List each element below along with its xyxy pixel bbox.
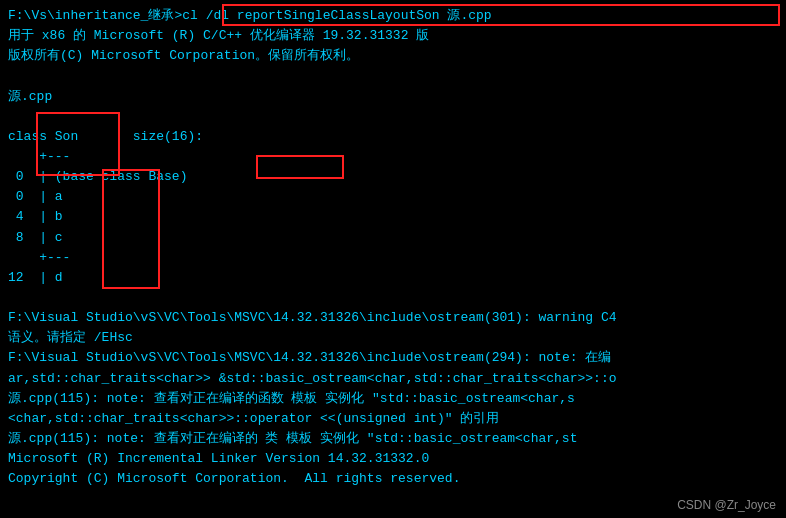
line-6 [8, 107, 778, 127]
line-22: 源.cpp(115): note: 查看对正在编译的 类 模板 实例化 "std… [8, 429, 778, 449]
son-highlight-box [36, 112, 120, 176]
line-7: class Son size(16): [8, 127, 778, 147]
line-5: 源.cpp [8, 87, 778, 107]
line-4 [8, 66, 778, 86]
terminal-window: F:\Vs\inheritance_继承>cl /dl reportSingle… [0, 0, 786, 518]
line-20: 源.cpp(115): note: 查看对正在编译的函数 模板 实例化 "std… [8, 389, 778, 409]
line-15 [8, 288, 778, 308]
base-highlight-box [256, 155, 344, 179]
line-24: Copyright (C) Microsoft Corporation. All… [8, 469, 778, 489]
line-8: +--- [8, 147, 778, 167]
command-highlight-box [222, 4, 780, 26]
line-23: Microsoft (R) Incremental Linker Version… [8, 449, 778, 469]
line-19: ar,std::char_traits<char>> &std::basic_o… [8, 369, 778, 389]
line-18: F:\Visual Studio\vS\VC\Tools\MSVC\14.32.… [8, 348, 778, 368]
watermark: CSDN @Zr_Joyce [677, 498, 776, 512]
line-3: 版权所有(C) Microsoft Corporation。保留所有权利。 [8, 46, 778, 66]
table-highlight-box [102, 169, 160, 289]
line-16: F:\Visual Studio\vS\VC\Tools\MSVC\14.32.… [8, 308, 778, 328]
line-21: <char,std::char_traits<char>>::operator … [8, 409, 778, 429]
line-17: 语义。请指定 /EHsc [8, 328, 778, 348]
line-2: 用于 x86 的 Microsoft (R) C/C++ 优化编译器 19.32… [8, 26, 778, 46]
